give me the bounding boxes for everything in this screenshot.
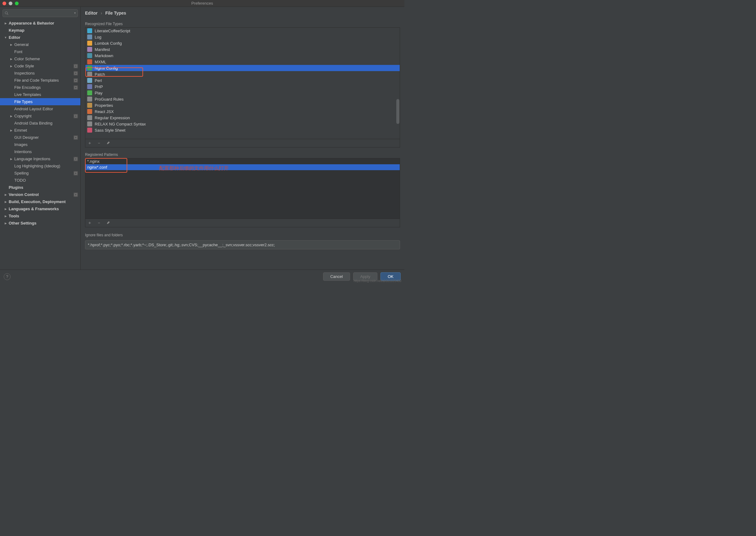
sidebar-item-log-highlighting-ideolog-[interactable]: Log Highlighting (Ideolog) (0, 162, 80, 170)
sidebar-item-file-encodings[interactable]: File Encodings (0, 84, 80, 91)
scrollbar-thumb[interactable] (396, 99, 399, 124)
file-type-row[interactable]: Nginx Config (85, 65, 400, 71)
sidebar-item-general[interactable]: ▶General (0, 41, 80, 48)
sidebar-item-live-templates[interactable]: Live Templates (0, 91, 80, 98)
sidebar-item-label: Android Layout Editor (14, 107, 78, 111)
project-scope-icon (74, 78, 78, 83)
file-type-icon (87, 115, 92, 120)
file-type-row[interactable]: Play (85, 90, 400, 96)
file-type-label: Regular Expression (95, 116, 130, 120)
main-panel: Editor › File Types Recognized File Type… (81, 7, 404, 270)
sidebar-item-label: Images (14, 142, 78, 147)
remove-pattern-button[interactable]: － (97, 220, 102, 226)
file-type-label: Lombok Config (95, 41, 122, 46)
file-type-label: RELAX NG Compact Syntax (95, 122, 146, 126)
sidebar-item-intentions[interactable]: Intentions (0, 148, 80, 155)
sidebar-item-file-and-code-templates[interactable]: File and Code Templates (0, 77, 80, 84)
file-type-icon (87, 90, 92, 95)
chevron-right-icon: › (101, 11, 102, 16)
sidebar-item-android-layout-editor[interactable]: Android Layout Editor (0, 105, 80, 113)
recognized-file-types-label: Recognized File Types (81, 20, 404, 27)
sidebar-item-other-settings[interactable]: ▶Other Settings (0, 219, 80, 227)
file-type-row[interactable]: Lombok Config (85, 40, 400, 46)
traffic-lights (0, 2, 18, 5)
file-type-label: Play (95, 91, 102, 95)
patterns-toolbar: ＋ － (85, 219, 400, 227)
file-type-row[interactable]: Properties (85, 102, 400, 108)
add-button[interactable]: ＋ (87, 140, 92, 146)
chevron-right-icon: ▶ (4, 22, 8, 25)
sidebar-item-copyright[interactable]: ▶Copyright (0, 113, 80, 119)
footer: ? Cancel Apply OK https://blog.csdn.net/… (0, 270, 404, 283)
file-type-row[interactable]: RELAX NG Compact Syntax (85, 121, 400, 127)
sidebar-item-color-scheme[interactable]: ▶Color Scheme (0, 55, 80, 62)
sidebar-item-gui-designer[interactable]: GUI Designer (0, 134, 80, 141)
file-types-list[interactable]: LiterateCoffeeScriptLogLombok ConfigMani… (85, 27, 400, 139)
sidebar-item-plugins[interactable]: Plugins (0, 184, 80, 191)
sidebar-item-keymap[interactable]: Keymap (0, 27, 80, 34)
file-type-row[interactable]: Perl (85, 77, 400, 84)
file-type-row[interactable]: Manifest (85, 46, 400, 52)
search-input[interactable]: ▾ (3, 9, 78, 17)
sidebar-item-label: Plugins (9, 185, 78, 190)
sidebar-item-file-types[interactable]: File Types (0, 98, 80, 105)
sidebar-item-label: Android Data Binding (14, 121, 78, 125)
edit-pattern-button[interactable] (106, 220, 111, 225)
sidebar-item-appearance-behavior[interactable]: ▶Appearance & Behavior (0, 19, 80, 27)
sidebar-item-label: Version Control (9, 192, 72, 197)
file-type-row[interactable]: MXML (85, 59, 400, 65)
file-type-row[interactable]: Sass Style Sheet (85, 127, 400, 133)
sidebar-item-spelling[interactable]: Spelling (0, 170, 80, 177)
sidebar-item-label: Other Settings (9, 221, 78, 225)
file-type-label: MXML (95, 60, 107, 64)
ignore-files-input[interactable] (85, 240, 400, 250)
patterns-list[interactable]: *.nginxnginx*.conf 配置那种后缀的文件用什么打开 (85, 158, 400, 219)
project-scope-icon (74, 171, 78, 176)
breadcrumb-root[interactable]: Editor (85, 11, 97, 16)
sidebar-item-label: Copyright (14, 114, 72, 118)
maximize-window-button[interactable] (15, 2, 18, 5)
sidebar-item-font[interactable]: Font (0, 48, 80, 55)
sidebar-item-build-execution-deployment[interactable]: ▶Build, Execution, Deployment (0, 198, 80, 205)
minimize-window-button[interactable] (9, 2, 13, 5)
file-type-row[interactable]: ProGuard Rules (85, 96, 400, 102)
file-type-row[interactable]: React JSX (85, 108, 400, 115)
sidebar-item-todo[interactable]: TODO (0, 177, 80, 184)
close-window-button[interactable] (3, 2, 6, 5)
chevron-right-icon: ▶ (4, 215, 8, 218)
chevron-down-icon: ▾ (74, 11, 76, 15)
edit-button[interactable] (106, 141, 111, 146)
pattern-row[interactable]: *.nginx (85, 158, 400, 164)
add-pattern-button[interactable]: ＋ (87, 220, 92, 226)
sidebar-item-languages-frameworks[interactable]: ▶Languages & Frameworks (0, 205, 80, 213)
chevron-right-icon: ▶ (4, 208, 8, 211)
file-type-row[interactable]: Log (85, 34, 400, 40)
file-type-icon (87, 47, 92, 52)
sidebar-item-label: TODO (14, 178, 78, 183)
sidebar-item-language-injections[interactable]: ▶Language Injections (0, 155, 80, 162)
sidebar-item-editor[interactable]: ▼Editor (0, 34, 80, 41)
sidebar-item-code-style[interactable]: ▶Code Style (0, 62, 80, 70)
sidebar-item-version-control[interactable]: ▶Version Control (0, 191, 80, 198)
file-type-row[interactable]: PHP (85, 84, 400, 90)
file-type-label: Log (95, 35, 102, 39)
project-scope-icon (74, 114, 78, 118)
sidebar-item-inspections[interactable]: Inspections (0, 70, 80, 77)
sidebar-item-android-data-binding[interactable]: Android Data Binding (0, 119, 80, 127)
help-button[interactable]: ? (4, 273, 11, 280)
chevron-right-icon: ▶ (9, 157, 13, 160)
sidebar-item-images[interactable]: Images (0, 141, 80, 148)
file-type-icon (87, 66, 92, 71)
file-type-row[interactable]: LiterateCoffeeScript (85, 28, 400, 34)
sidebar-item-label: File and Code Templates (14, 78, 72, 83)
sidebar-item-label: Log Highlighting (Ideolog) (14, 164, 78, 168)
file-type-row[interactable]: Markdown (85, 52, 400, 59)
file-type-label: PHP (95, 84, 103, 89)
remove-button[interactable]: － (97, 140, 102, 146)
file-type-row[interactable]: Patch (85, 71, 400, 77)
pattern-row[interactable]: nginx*.conf (85, 164, 400, 170)
cancel-button[interactable]: Cancel (323, 272, 350, 281)
file-type-row[interactable]: Regular Expression (85, 115, 400, 121)
sidebar-item-tools[interactable]: ▶Tools (0, 213, 80, 219)
sidebar-item-emmet[interactable]: ▶Emmet (0, 127, 80, 134)
